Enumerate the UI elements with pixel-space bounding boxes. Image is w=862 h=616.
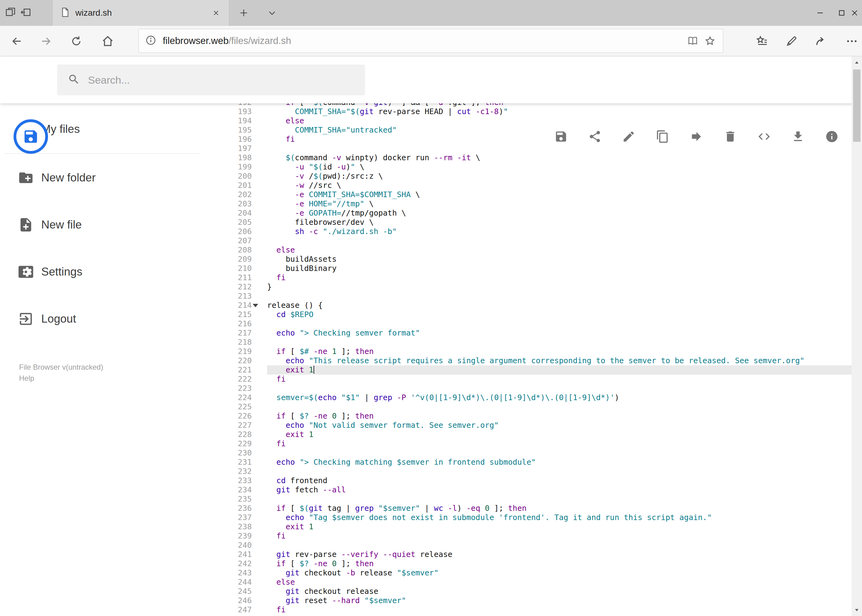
help-link[interactable]: Help [19, 374, 34, 383]
code-line-213[interactable]: 213 [220, 292, 851, 301]
share-button[interactable] [811, 31, 831, 51]
code-text[interactable] [267, 384, 851, 393]
home-button[interactable] [98, 31, 118, 51]
page-scrollbar[interactable] [851, 57, 862, 616]
code-text[interactable]: } [267, 282, 851, 292]
code-text[interactable]: echo "> Checking semver format" [267, 328, 851, 338]
code-line-208[interactable]: 208 else [220, 245, 851, 255]
scroll-down-arrow[interactable] [851, 604, 862, 615]
code-text[interactable]: git checkout -b release "$semver" [267, 568, 851, 578]
code-line-236[interactable]: 236 if [ $(git tag | grep "$semver" | wc… [220, 504, 851, 513]
browser-tab[interactable]: wizard.sh [52, 0, 229, 26]
code-line-192[interactable]: 192 if [ "$(command -v git)" ] && [ -d .… [220, 103, 851, 107]
web-note-button[interactable] [782, 31, 801, 51]
fold-arrow-icon[interactable] [253, 304, 258, 307]
code-line-197[interactable]: 197 [220, 144, 851, 153]
code-line-238[interactable]: 238 exit 1 [220, 522, 851, 531]
code-line-221[interactable]: 221 exit 1 [220, 365, 851, 375]
code-line-233[interactable]: 233 cd frontend [220, 476, 851, 485]
code-text[interactable]: git reset --hard "$semver" [267, 596, 851, 605]
code-line-225[interactable]: 225 [220, 402, 851, 412]
hub-button[interactable] [752, 31, 772, 51]
code-text[interactable]: exit 1 [267, 365, 851, 375]
code-text[interactable]: semver=$(echo "$1" | grep -P '^v(0|[1-9]… [267, 393, 851, 402]
code-text[interactable] [267, 541, 851, 550]
set-tabs-aside-button[interactable] [19, 6, 33, 20]
code-line-193[interactable]: 193 COMMIT_SHA="$(git rev-parse HEAD | c… [220, 107, 851, 116]
code-text[interactable] [267, 448, 851, 457]
code-line-206[interactable]: 206 sh -c "./wizard.sh -b" [220, 227, 851, 236]
share-button[interactable] [588, 130, 602, 143]
sidebar-item-new-folder[interactable]: New folder [0, 162, 220, 193]
code-line-199[interactable]: 199 -u "$(id -u)" \ [220, 162, 851, 171]
forward-button[interactable] [36, 31, 56, 51]
code-text[interactable]: -e GOPATH=//tmp/gopath \ [267, 209, 851, 218]
code-text[interactable]: fi [267, 605, 851, 614]
refresh-button[interactable] [66, 31, 86, 51]
code-line-200[interactable]: 200 -v /$(pwd):/src:z \ [220, 171, 851, 181]
code-text[interactable] [267, 495, 851, 504]
code-line-211[interactable]: 211 fi [220, 273, 851, 282]
window-minimize-button[interactable] [810, 0, 830, 26]
fold-marker[interactable] [252, 301, 261, 310]
code-text[interactable] [267, 144, 851, 153]
code-line-231[interactable]: 231 echo "> Checking matching $semver in… [220, 457, 851, 467]
code-line-201[interactable]: 201 -w //src \ [220, 181, 851, 190]
code-line-212[interactable]: 212} [220, 282, 851, 292]
code-line-222[interactable]: 222 fi [220, 375, 851, 384]
code-text[interactable] [267, 467, 851, 476]
code-line-245[interactable]: 245 git checkout release [220, 587, 851, 596]
code-line-237[interactable]: 237 echo "Tag $semver does not exist in … [220, 513, 851, 522]
code-line-224[interactable]: 224 semver=$(echo "$1" | grep -P '^v(0|[… [220, 393, 851, 402]
code-text[interactable]: git fetch --all [267, 485, 851, 495]
code-line-242[interactable]: 242 if [ $? -ne 0 ]; then [220, 559, 851, 568]
copy-button[interactable] [656, 130, 669, 143]
code-line-217[interactable]: 217 echo "> Checking semver format" [220, 328, 851, 338]
code-line-223[interactable]: 223 [220, 384, 851, 393]
window-close-button[interactable] [847, 0, 862, 26]
code-line-232[interactable]: 232 [220, 467, 851, 476]
scroll-up-arrow[interactable] [851, 57, 862, 68]
code-text[interactable]: $(command -v winpty) docker run --rm -it… [267, 153, 851, 162]
code-line-215[interactable]: 215 cd $REPO [220, 310, 851, 319]
code-text[interactable]: echo "This release script requires a sin… [267, 356, 851, 365]
code-line-205[interactable]: 205 filebrowser/dev \ [220, 218, 851, 227]
code-line-218[interactable]: 218 [220, 338, 851, 347]
code-line-219[interactable]: 219 if [ $# -ne 1 ]; then [220, 347, 851, 356]
app-logo[interactable] [14, 119, 48, 154]
search-input[interactable] [88, 74, 365, 86]
move-button[interactable] [690, 130, 703, 143]
tab-preview-toggle[interactable] [265, 6, 279, 20]
code-text[interactable]: buildAssets [267, 255, 851, 264]
address-bar[interactable]: filebrowser.web/files/wizard.sh [139, 29, 723, 53]
code-text[interactable]: fi [267, 531, 851, 541]
code-text[interactable]: -u "$(id -u)" \ [267, 162, 851, 171]
code-text[interactable]: buildBinary [267, 264, 851, 273]
code-text[interactable]: git checkout release [267, 587, 851, 596]
code-text[interactable]: cd frontend [267, 476, 851, 485]
code-line-216[interactable]: 216 [220, 319, 851, 328]
code-text[interactable]: -e COMMIT_SHA=$COMMIT_SHA \ [267, 190, 851, 199]
tab-preview-button[interactable] [4, 6, 17, 20]
sidebar-item-logout[interactable]: Logout [0, 303, 220, 334]
code-text[interactable]: COMMIT_SHA="$(git rev-parse HEAD | cut -… [267, 107, 851, 116]
code-text[interactable]: fi [267, 375, 851, 384]
code-line-214[interactable]: 214release () { [220, 301, 851, 310]
code-line-198[interactable]: 198 $(command -v winpty) docker run --rm… [220, 153, 851, 162]
sidebar-item-settings[interactable]: Settings [0, 256, 220, 287]
code-text[interactable] [267, 319, 851, 328]
code-line-207[interactable]: 207 [220, 236, 851, 245]
code-text[interactable]: echo "Not valid semver format. See semve… [267, 421, 851, 430]
code-line-244[interactable]: 244 else [220, 578, 851, 587]
code-text[interactable]: else [267, 578, 851, 587]
code-line-226[interactable]: 226 if [ $? -ne 0 ]; then [220, 412, 851, 421]
sidebar-item-new-file[interactable]: New file [0, 209, 220, 240]
code-text[interactable]: release () { [267, 301, 851, 310]
code-text[interactable] [267, 338, 851, 347]
code-line-239[interactable]: 239 fi [220, 531, 851, 541]
code-line-230[interactable]: 230 [220, 448, 851, 457]
code-line-246[interactable]: 246 git reset --hard "$semver" [220, 596, 851, 605]
code-text[interactable]: fi [267, 439, 851, 448]
code-line-209[interactable]: 209 buildAssets [220, 255, 851, 264]
site-info-icon[interactable] [145, 35, 157, 47]
